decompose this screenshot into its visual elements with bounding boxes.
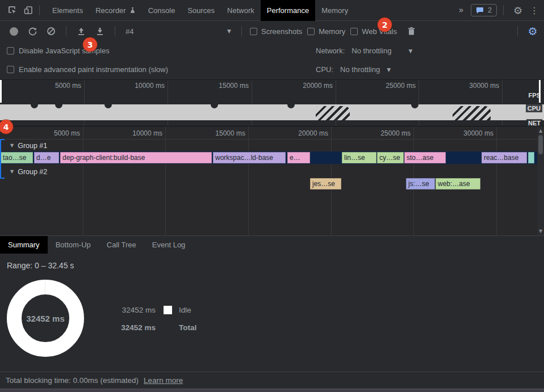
flame-scrollbar-thumb[interactable] — [538, 135, 543, 154]
flame-bar-js-se[interactable]: js:…se — [406, 178, 435, 189]
screenshots-checkbox[interactable] — [250, 28, 257, 35]
flame-bar-jes-se[interactable]: jes…se — [310, 178, 341, 189]
range-text: Range: 0 – 32.45 s — [7, 261, 74, 270]
cpu-throttling-select[interactable]: No throttling — [340, 65, 380, 74]
reload-and-record-button[interactable] — [26, 24, 39, 38]
legend-label: Idle — [179, 306, 191, 314]
clear-button[interactable] — [44, 24, 58, 38]
tab-label: Memory — [321, 6, 348, 15]
network-throttling-label: Network: — [316, 47, 345, 55]
flame-bar-small[interactable] — [528, 152, 534, 163]
scroll-down-icon[interactable]: ▼ — [539, 229, 542, 234]
panel-tabs: ElementsRecorderConsoleSourcesNetworkPer… — [46, 0, 354, 21]
scroll-up-icon[interactable]: ▲ — [539, 128, 542, 133]
memory-checkbox[interactable] — [307, 28, 315, 35]
flame-chart[interactable]: 5000 ms10000 ms15000 ms20000 ms25000 ms3… — [0, 126, 544, 235]
annotation-badge-2: 2 — [378, 18, 392, 32]
tab-console[interactable]: Console — [142, 0, 182, 21]
tab-recorder[interactable]: Recorder — [89, 0, 141, 21]
learn-more-link[interactable]: Learn more — [144, 376, 183, 385]
checkbox-label: Screenshots — [261, 27, 302, 36]
selection-bracket — [0, 139, 6, 179]
issues-counter-button[interactable]: 2 — [471, 4, 497, 16]
flame-tick-label: 30000 ms — [408, 129, 493, 137]
options-row-2: Enable advanced paint instrumentation (s… — [0, 60, 544, 79]
tab-event-log[interactable]: Event Log — [144, 236, 194, 254]
disable-js-samples-checkbox[interactable] — [7, 47, 14, 54]
flame-bar-e[interactable]: e… — [287, 152, 310, 163]
flame-tick-label: 15000 ms — [160, 129, 245, 137]
cpu-band-dip — [287, 101, 295, 108]
tab-sources[interactable]: Sources — [181, 0, 221, 21]
overview-tick-label: 15000 ms — [164, 82, 249, 90]
inspect-element-button[interactable] — [5, 2, 20, 18]
overview-right-handle[interactable] — [539, 80, 541, 103]
flame-bar-workspac-ld-base[interactable]: workspac…ld-base — [213, 152, 286, 163]
settings-gear-button[interactable]: ⚙ — [510, 2, 526, 18]
separator — [39, 5, 40, 15]
kebab-menu-button[interactable]: ⋮ — [529, 2, 539, 18]
message-bubble-icon — [476, 7, 484, 14]
tab-performance[interactable]: Performance — [261, 0, 315, 21]
tab-label: Recorder — [95, 6, 125, 15]
network-throttling-group: Network: No throttling ▼ — [316, 47, 412, 55]
cpu-band-dip — [104, 101, 112, 108]
device-toolbar-button[interactable] — [20, 2, 36, 18]
network-throttling-select[interactable]: No throttling — [351, 47, 391, 55]
timeline-overview[interactable]: 5000 ms10000 ms15000 ms20000 ms25000 ms3… — [0, 79, 544, 126]
chevron-down-icon: ▼ — [387, 67, 391, 73]
record-button[interactable] — [7, 24, 20, 38]
web-vitals-checkbox[interactable] — [350, 28, 358, 35]
donut-center-label: 32452 ms — [7, 280, 84, 357]
overview-tick-label: 5000 ms — [0, 82, 81, 90]
recording-history-select[interactable]: #4 ▼ — [125, 27, 231, 36]
checkbox-screenshots[interactable]: Screenshots — [250, 27, 302, 36]
checkbox-memory[interactable]: Memory — [307, 27, 345, 36]
delete-recording-button[interactable] — [405, 24, 419, 38]
toolbar-checkboxes: ScreenshotsMemoryWeb Vitals — [250, 27, 400, 36]
tab-elements[interactable]: Elements — [46, 0, 89, 21]
tab-memory[interactable]: Memory — [315, 0, 354, 21]
separator — [115, 26, 115, 36]
advanced-paint-checkbox[interactable] — [7, 66, 14, 73]
devtools-tabbar: ElementsRecorderConsoleSourcesNetworkPer… — [0, 0, 544, 21]
cpu-throttling-group: CPU: No throttling ▼ — [316, 65, 391, 74]
save-profile-button[interactable] — [93, 24, 107, 38]
tab-bottom-up[interactable]: Bottom-Up — [48, 236, 99, 254]
load-profile-button[interactable] — [74, 24, 88, 38]
flame-bar-cy-se[interactable]: cy…se — [377, 152, 404, 163]
flame-group-1-header[interactable]: ▼ Group #1 — [0, 140, 47, 151]
flame-tick-label: 10000 ms — [77, 129, 162, 137]
flame-tick-label: 5000 ms — [0, 129, 80, 137]
lane-label-cpu: CPU — [526, 104, 542, 112]
flame-bar-lin-se[interactable]: lin…se — [342, 152, 376, 163]
flame-bar-sto-ase[interactable]: sto…ase — [404, 152, 446, 163]
tab-summary[interactable]: Summary — [0, 236, 48, 254]
devtools-window: ElementsRecorderConsoleSourcesNetworkPer… — [0, 0, 544, 392]
tab-label: Sources — [187, 6, 215, 15]
flame-tick-label: 20000 ms — [243, 129, 328, 137]
cpu-band-dip — [411, 101, 419, 108]
overview-tick-label: 20000 ms — [248, 82, 333, 90]
flame-bar-dep-graph-client-build-base[interactable]: dep-graph-client:build-base — [60, 152, 212, 163]
cpu-throttling-label: CPU: — [316, 65, 333, 74]
overview-left-handle[interactable] — [0, 80, 2, 103]
chevron-down-icon: ▼ — [227, 28, 231, 34]
separator — [503, 5, 504, 15]
window-bottom-strip — [0, 389, 544, 392]
more-tabs-button[interactable]: » — [455, 2, 467, 18]
flame-group-1-track: tao…sed…edep-graph-client:build-basework… — [0, 151, 537, 164]
capture-settings-button[interactable]: ⚙ — [526, 24, 539, 38]
device-toolbar-icon — [23, 5, 34, 15]
tab-network[interactable]: Network — [221, 0, 261, 21]
flame-bar-d-e[interactable]: d…e — [34, 152, 59, 163]
legend-row-idle: 32452 msIdle — [118, 301, 196, 319]
flame-bar-reac-base[interactable]: reac…base — [482, 152, 527, 163]
summary-donut-chart: 32452 ms — [7, 280, 84, 357]
tab-call-tree[interactable]: Call Tree — [99, 236, 144, 254]
upload-icon — [77, 27, 86, 36]
flame-group-2-header[interactable]: ▼ Group #2 — [0, 166, 47, 178]
cpu-band-dip — [55, 101, 62, 108]
flame-bar-web-ase[interactable]: web:…ase — [436, 178, 480, 189]
flame-tick-label: 25000 ms — [325, 129, 411, 137]
